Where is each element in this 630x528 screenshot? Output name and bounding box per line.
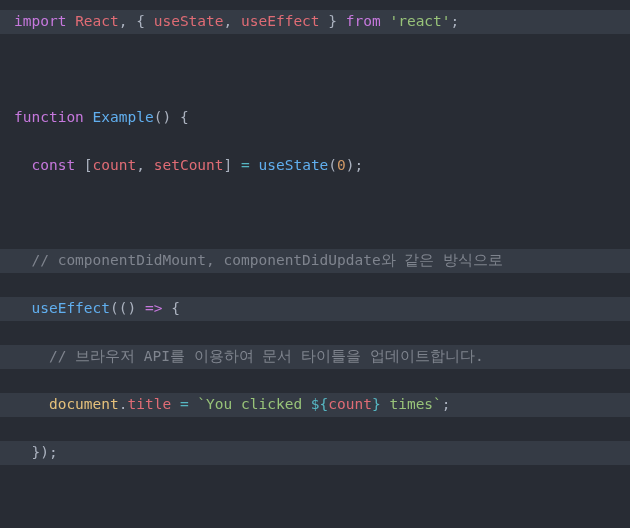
code-line bbox=[14, 58, 616, 82]
code-line bbox=[14, 488, 616, 512]
code-line: // 브라우저 API를 이용하여 문서 타이틀을 업데이트합니다. bbox=[0, 345, 630, 369]
code-line: function Example() { bbox=[14, 106, 616, 130]
code-line: useEffect(() => { bbox=[0, 297, 630, 321]
code-line: }); bbox=[0, 441, 630, 465]
code-line: document.title = `You clicked ${count} t… bbox=[0, 393, 630, 417]
code-line bbox=[14, 201, 616, 225]
code-line: const [count, setCount] = useState(0); bbox=[14, 154, 616, 178]
code-line: import React, { useState, useEffect } fr… bbox=[0, 10, 630, 34]
code-block: import React, { useState, useEffect } fr… bbox=[0, 0, 630, 528]
code-line: // componentDidMount, componentDidUpdate… bbox=[0, 249, 630, 273]
